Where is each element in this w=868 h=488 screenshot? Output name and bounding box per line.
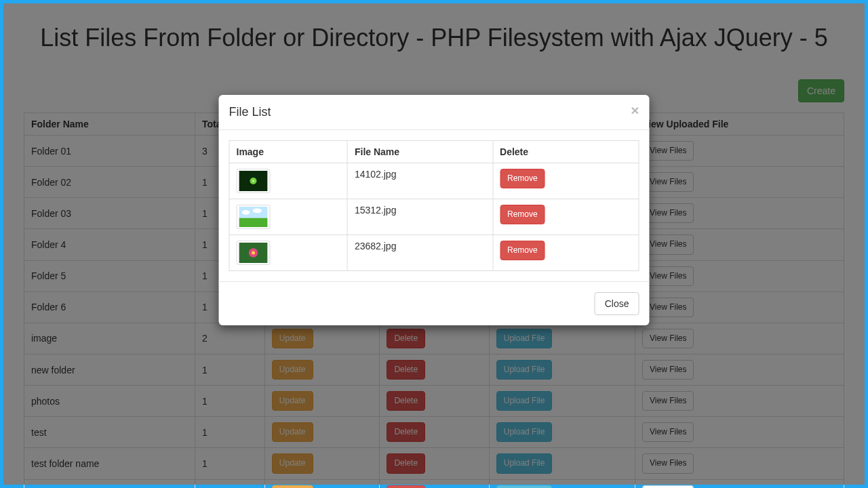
- file-name-cell: 15312.jpg: [347, 199, 492, 235]
- svg-point-6: [253, 209, 262, 214]
- file-name-cell: 14102.jpg: [347, 163, 492, 199]
- file-thumbnail: [237, 241, 271, 265]
- file-name-cell: 23682.jpg: [347, 235, 492, 271]
- table-row: 14102.jpgRemove: [229, 163, 639, 199]
- remove-button[interactable]: Remove: [500, 169, 545, 188]
- svg-point-9: [252, 251, 255, 255]
- col-image: Image: [229, 141, 347, 163]
- delete-button[interactable]: Delete: [387, 485, 425, 488]
- file-list-modal: × File List Image File Name Delete 14102…: [219, 95, 650, 325]
- svg-point-2: [252, 180, 254, 182]
- file-table: Image File Name Delete 14102.jpgRemove15…: [229, 140, 639, 271]
- file-thumbnail: [237, 169, 271, 193]
- file-thumbnail: [237, 205, 271, 229]
- col-file-name: File Name: [347, 141, 492, 163]
- modal-title: File List: [229, 105, 639, 119]
- update-button[interactable]: Update: [272, 485, 313, 488]
- close-button[interactable]: Close: [595, 292, 639, 315]
- table-row: 23682.jpgRemove: [229, 235, 639, 271]
- table-row: 15312.jpgRemove: [229, 199, 639, 235]
- svg-point-5: [242, 210, 250, 215]
- col-delete-file: Delete: [493, 141, 639, 163]
- upload-file-button[interactable]: Upload File: [496, 485, 553, 488]
- svg-rect-4: [239, 218, 268, 227]
- view-files-button[interactable]: View Files: [642, 485, 694, 488]
- remove-button[interactable]: Remove: [500, 205, 545, 224]
- remove-button[interactable]: Remove: [500, 241, 545, 260]
- close-icon[interactable]: ×: [631, 103, 639, 117]
